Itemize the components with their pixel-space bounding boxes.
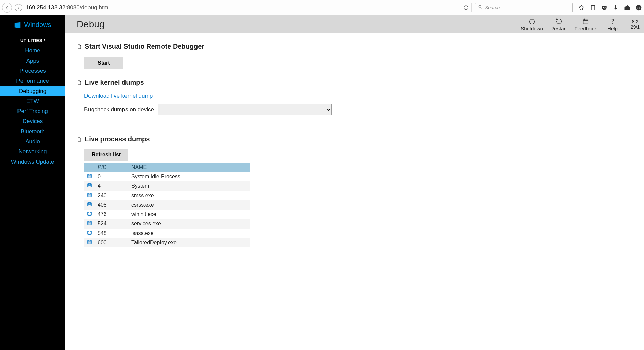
svg-rect-31 (88, 240, 90, 241)
section-kernel-heading-text: Live kernel dumps (85, 79, 144, 86)
row-pid: 240 (95, 191, 129, 200)
clock-time: 8:2 (632, 19, 638, 24)
sidebar-item-windows-update[interactable]: Windows Update (0, 157, 65, 167)
page-info-icon[interactable]: i (15, 4, 22, 11)
row-name: services.exe (129, 219, 250, 229)
shutdown-button[interactable]: Shutdown (518, 15, 545, 33)
brand-text: Windows (24, 21, 51, 29)
download-icon[interactable] (612, 4, 619, 11)
svg-rect-13 (88, 184, 90, 185)
row-save[interactable] (84, 191, 95, 200)
table-row: 600TailoredDeploy.exe (84, 238, 250, 247)
shutdown-label: Shutdown (521, 26, 543, 31)
svg-point-4 (637, 7, 638, 7)
sidebar-item-audio[interactable]: Audio (0, 137, 65, 147)
save-icon (87, 173, 92, 179)
document-icon (77, 79, 82, 86)
refresh-list-button[interactable]: Refresh list (84, 149, 128, 161)
svg-rect-17 (88, 195, 91, 197)
svg-rect-7 (583, 19, 588, 24)
help-button[interactable]: Help (599, 15, 626, 33)
pocket-icon[interactable] (601, 4, 608, 11)
svg-rect-28 (88, 231, 90, 232)
svg-point-0 (479, 5, 481, 8)
feedback-label: Feedback (575, 26, 597, 31)
row-save[interactable] (84, 219, 95, 229)
sidebar-item-performance[interactable]: Performance (0, 76, 65, 86)
sidebar-item-apps[interactable]: Apps (0, 56, 65, 66)
table-row: 548lsass.exe (84, 229, 250, 238)
back-button[interactable] (2, 3, 12, 13)
svg-rect-16 (88, 193, 90, 194)
reload-button[interactable] (463, 3, 472, 12)
feedback-button[interactable]: Feedback (572, 15, 599, 33)
home-icon[interactable] (624, 4, 631, 11)
sidebar-item-devices[interactable]: Devices (0, 116, 65, 127)
save-icon (87, 183, 92, 188)
sidebar-item-networking[interactable]: Networking (0, 147, 65, 157)
row-save[interactable] (84, 181, 95, 191)
svg-point-3 (636, 5, 642, 10)
sidebar-item-home[interactable]: Home (0, 46, 65, 56)
titlebar: Debug Shutdown Restart Feedback Help (65, 15, 644, 33)
row-pid: 548 (95, 229, 129, 238)
col-icon (84, 163, 95, 172)
row-save[interactable] (84, 210, 95, 219)
sidebar-item-perf-tracing[interactable]: Perf Tracing (0, 106, 65, 116)
bugcheck-label: Bugcheck dumps on device (84, 106, 154, 113)
svg-rect-26 (88, 223, 91, 225)
titlebar-actions: Shutdown Restart Feedback Help 8:2 29/1 (518, 15, 644, 33)
svg-point-8 (612, 23, 613, 23)
svg-rect-19 (88, 203, 90, 204)
power-icon (528, 18, 536, 25)
save-icon (87, 202, 92, 207)
row-save[interactable] (84, 172, 95, 181)
download-kernel-dump-link[interactable]: Download live kernel dump (84, 93, 153, 99)
row-save[interactable] (84, 238, 95, 247)
restart-button[interactable]: Restart (545, 15, 572, 33)
sidebar-item-bluetooth[interactable]: Bluetooth (0, 127, 65, 137)
row-save[interactable] (84, 229, 95, 238)
search-box[interactable]: Search (475, 3, 573, 12)
star-icon[interactable] (578, 4, 585, 11)
row-pid: 0 (95, 172, 129, 181)
url-display[interactable]: 169.254.138.32:8080/debug.htm (26, 4, 108, 11)
table-row: 240smss.exe (84, 191, 250, 200)
row-name: csrss.exe (129, 200, 250, 210)
save-icon (87, 192, 92, 198)
restart-icon (555, 18, 563, 25)
svg-rect-10 (88, 174, 90, 175)
clipboard-icon[interactable] (589, 4, 596, 11)
row-name: lsass.exe (129, 229, 250, 238)
row-name: smss.exe (129, 191, 250, 200)
sidebar-item-etw[interactable]: ETW (0, 96, 65, 106)
bugcheck-select[interactable] (158, 104, 332, 115)
row-name: System Idle Process (129, 172, 250, 181)
save-icon (87, 211, 92, 216)
sidebar-item-processes[interactable]: Processes (0, 66, 65, 76)
document-icon (77, 43, 82, 50)
section-kernel: Live kernel dumps Download live kernel d… (77, 79, 633, 115)
browser-toolbar: i 169.254.138.32:8080/debug.htm Search (0, 0, 644, 15)
row-name: TailoredDeploy.exe (129, 238, 250, 247)
sidebar-nav: HomeAppsProcessesPerformanceDebuggingETW… (0, 46, 65, 167)
svg-point-5 (639, 7, 640, 7)
svg-rect-20 (88, 205, 91, 206)
url-path: :8080/debug.htm (65, 4, 108, 11)
section-vsdebug-heading-text: Start Visual Studio Remote Debugger (85, 43, 204, 50)
section-procs-heading-text: Live process dumps (85, 135, 150, 143)
profile-icon[interactable] (635, 4, 642, 11)
svg-rect-1 (591, 5, 595, 10)
row-pid: 600 (95, 238, 129, 247)
row-save[interactable] (84, 200, 95, 210)
titlebar-clock: 8:2 29/1 (626, 15, 644, 33)
help-label: Help (607, 26, 618, 31)
start-button[interactable]: Start (84, 57, 123, 69)
sidebar: Windows UTILITIES / HomeAppsProcessesPer… (0, 15, 65, 350)
sidebar-item-debugging[interactable]: Debugging (0, 86, 65, 96)
table-row: 4System (84, 181, 250, 191)
browser-action-icons (578, 4, 642, 11)
process-table: PID NAME 0System Idle Process4System240s… (84, 163, 250, 247)
col-pid: PID (95, 163, 129, 172)
row-pid: 476 (95, 210, 129, 219)
